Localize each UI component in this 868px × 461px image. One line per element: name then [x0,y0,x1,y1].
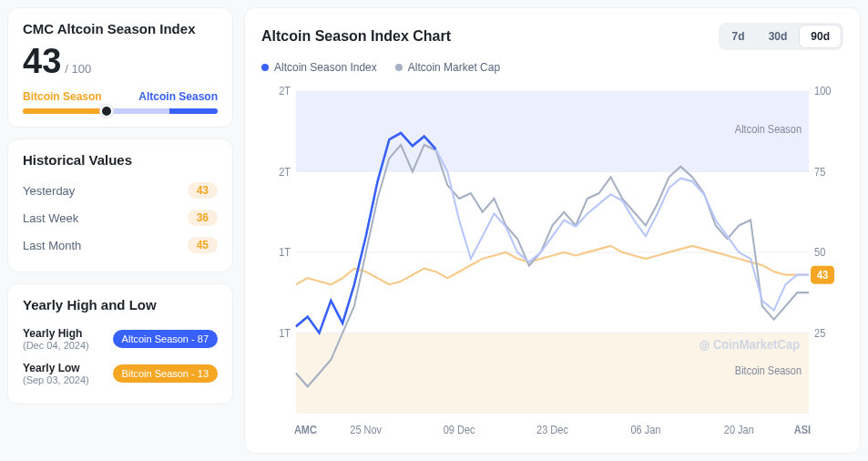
historical-row: Last Week36 [23,204,218,231]
time-tab-30d[interactable]: 30d [758,26,799,47]
historical-badge: 43 [188,182,218,199]
yearly-low-badge: Bitcoin Season - 13 [113,364,218,383]
yearly-title: Yearly High and Low [23,297,218,312]
historical-label: Last Month [23,239,81,252]
historical-row: Last Month45 [23,231,218,259]
svg-text:25: 25 [814,327,825,339]
svg-text:09 Dec: 09 Dec [444,424,475,435]
chart-title: Altcoin Season Index Chart [261,28,451,45]
svg-text:Altcoin Season: Altcoin Season [735,124,802,136]
svg-text:AMC: AMC [294,424,318,435]
dot-icon [395,64,403,71]
legend-label-b: Altcoin Market Cap [408,61,500,74]
index-value-row: 43 / 100 [23,42,218,81]
historical-label: Last Week [23,211,78,225]
yearly-card: Yearly High and Low Yearly High (Dec 04,… [7,283,233,405]
legend-row: Altcoin Season Index Altcoin Market Cap [261,61,843,74]
svg-text:23 Dec: 23 Dec [536,424,568,435]
yearly-high-row: Yearly High (Dec 04, 2024) Altcoin Seaso… [23,322,218,356]
legend-label-a: Altcoin Season Index [274,61,377,74]
svg-text:2T: 2T [279,166,291,178]
svg-text:06 Jan: 06 Jan [630,424,660,435]
time-tab-7d[interactable]: 7d [721,26,756,47]
index-card: CMC Altcoin Season Index 43 / 100 Bitcoi… [7,7,233,128]
index-max: / 100 [65,62,91,76]
slider-thumb [100,105,113,118]
index-value: 43 [23,42,61,81]
historical-title: Historical Values [23,152,218,168]
legend-item-marketcap: Altcoin Market Cap [395,61,500,74]
season-slider [23,108,218,114]
altcoin-season-label: Altcoin Season [138,90,218,103]
svg-text:20 Jan: 20 Jan [724,424,754,435]
yearly-high-badge: Altcoin Season - 87 [113,330,218,348]
svg-text:100: 100 [814,86,831,97]
chart-header: Altcoin Season Index Chart 7d30d90d [261,23,843,50]
yearly-high-label: Yearly High [23,327,89,340]
svg-text:1T: 1T [279,247,291,259]
svg-text:50: 50 [814,247,825,259]
historical-row: Yesterday43 [23,177,218,204]
historical-badge: 36 [188,210,218,226]
yearly-low-label: Yearly Low [23,362,89,374]
svg-text:1T: 1T [279,327,291,339]
time-range-tabs: 7d30d90d [719,23,843,50]
svg-text:75: 75 [814,166,825,178]
yearly-high-date: (Dec 04, 2024) [23,340,89,351]
time-tab-90d[interactable]: 90d [800,26,841,47]
svg-rect-0 [296,91,809,171]
season-labels: Bitcoin Season Altcoin Season [23,90,218,103]
historical-badge: 45 [188,237,218,253]
svg-text:Bitcoin Season: Bitcoin Season [735,365,802,377]
dot-icon [261,64,269,71]
yearly-low-row: Yearly Low (Sep 03, 2024) Bitcoin Season… [23,356,218,391]
svg-text:43: 43 [817,270,829,282]
historical-card: Historical Values Yesterday43Last Week36… [7,138,233,272]
svg-text:2T: 2T [279,86,291,97]
chart-plot: 1002T752T501T251TAltcoin SeasonBitcoin S… [261,81,843,444]
historical-label: Yesterday [23,184,75,198]
index-title: CMC Altcoin Season Index [23,21,218,36]
bitcoin-season-label: Bitcoin Season [23,90,102,103]
svg-text:◎ CoinMarketCap: ◎ CoinMarketCap [700,337,800,352]
yearly-low-date: (Sep 03, 2024) [23,374,89,385]
chart-card: Altcoin Season Index Chart 7d30d90d Altc… [244,7,861,454]
legend-item-index: Altcoin Season Index [261,61,377,74]
svg-text:ASI: ASI [794,424,811,435]
svg-text:25 Nov: 25 Nov [350,424,382,435]
